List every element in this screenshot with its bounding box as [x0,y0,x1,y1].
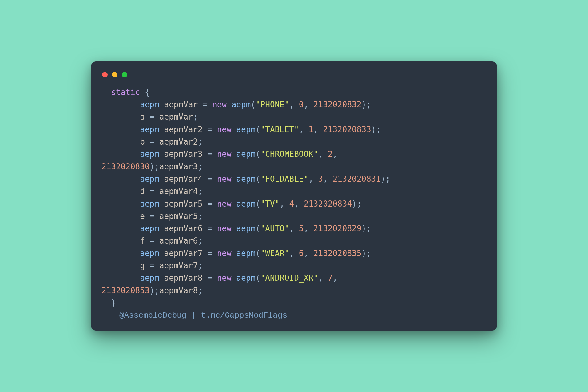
footer-link: t.me/GappsModFlags [201,311,287,320]
minimize-icon[interactable] [112,72,117,77]
window-titlebar [101,70,487,86]
footer-sep: | [186,311,201,320]
footer: @AssembleDebug | t.me/GappsModFlags [101,311,487,320]
footer-handle: @AssembleDebug [119,311,186,320]
code-block: static { aepm aepmVar = new aepm("PHONE"… [101,86,487,309]
zoom-icon[interactable] [122,72,127,77]
close-icon[interactable] [102,72,108,77]
code-window: static { aepm aepmVar = new aepm("PHONE"… [91,61,497,331]
